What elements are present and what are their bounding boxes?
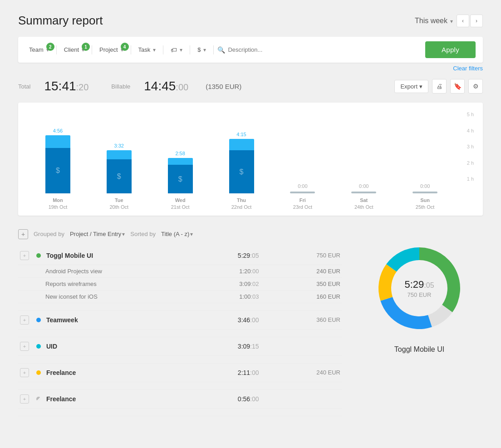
entry-name: New iconset for iOS — [34, 290, 189, 303]
x-label: Thu22nd Oct — [211, 197, 272, 211]
expand-button[interactable]: + — [20, 368, 29, 377]
bar-empty — [290, 192, 315, 193]
client-badge: 1 — [82, 43, 90, 51]
bar-group[interactable]: 0:00 — [272, 112, 333, 193]
team-badge: 2 — [46, 43, 54, 51]
filter-divider-4 — [163, 45, 163, 54]
billable-eur: (1350 EUR) — [206, 83, 241, 90]
filter-divider-1 — [56, 45, 57, 54]
bottom-section: + Grouped by Project / Time Entry Sorted… — [18, 229, 483, 416]
chevron-down-icon — [449, 17, 453, 25]
export-label: Export — [400, 83, 418, 90]
bookmark-button[interactable]: 🔖 — [450, 79, 465, 94]
dollar-icon: $ — [56, 167, 60, 175]
dollar-icon: $ — [240, 168, 244, 176]
bar-group[interactable]: 4:56$ — [27, 112, 88, 193]
donut-center: 5:29:05 750 EUR — [404, 278, 434, 298]
entry-time: 1:00:03 — [189, 290, 261, 303]
eur-cell: 360 EUR — [261, 310, 342, 329]
bar-label: 4:56 — [53, 128, 63, 133]
export-button[interactable]: Export ▾ — [394, 80, 428, 93]
expand-button[interactable]: + — [20, 394, 29, 404]
bar-stack[interactable]: $ — [168, 158, 193, 193]
eur-cell: 750 EUR — [261, 246, 342, 265]
client-filter[interactable]: Client 1 — [60, 44, 88, 55]
donut-segment[interactable] — [380, 297, 432, 329]
prev-week-button[interactable]: ‹ — [457, 15, 469, 27]
billable-time-main: 14:45 — [144, 79, 176, 93]
search-input[interactable] — [228, 46, 421, 53]
search-icon: 🔍 — [217, 46, 225, 54]
bar-label: 2:58 — [175, 151, 185, 156]
week-selector[interactable]: This week — [415, 17, 453, 25]
client-label: Client — [64, 46, 79, 53]
print-button[interactable]: 🖨 — [432, 79, 447, 94]
entry-row: Reports wireframes 3:09:02 350 EUR — [18, 277, 342, 290]
expand-button[interactable]: + — [20, 315, 29, 325]
table-row[interactable]: + Freelance 2:11:00 240 EUR — [18, 363, 342, 382]
currency-filter[interactable]: $ — [194, 44, 210, 55]
billable-time: 14:45:00 — [144, 79, 188, 94]
bar-stack[interactable]: $ — [107, 150, 132, 193]
project-filter[interactable]: Project 4 — [96, 44, 127, 55]
totals-bar: Total 15:41:20 Billable 14:45:00 (1350 E… — [18, 79, 483, 94]
page-container: Summary report This week ‹ › Team 2 Clie… — [0, 0, 501, 448]
table-row[interactable]: + Teamweek 3:46:00 360 EUR — [18, 310, 342, 329]
bar-stack[interactable]: $ — [229, 139, 254, 193]
filter-bar: Team 2 Client 1 Project 4 Task 🏷 $ — [18, 37, 483, 63]
sort-value[interactable]: Title (A - z) — [161, 231, 193, 237]
project-dot — [36, 370, 41, 375]
dollar-icon: $ — [117, 172, 121, 181]
table-row[interactable]: + UID 3:09:15 — [18, 337, 342, 355]
bar-empty — [413, 192, 437, 193]
tags-filter[interactable]: 🏷 — [167, 44, 186, 55]
x-label: Mon19th Oct — [27, 197, 88, 211]
project-name: Toggl Mobile UI — [46, 252, 93, 259]
bar-group[interactable]: 0:00 — [333, 112, 394, 193]
project-name: Freelance — [46, 395, 76, 403]
week-label: This week — [415, 17, 447, 25]
sort-label: Sorted by — [130, 231, 156, 237]
chart-bars: 4:56$3:32$2:58$4:15$0:000:000:00 — [27, 112, 456, 193]
billable-label: Billable — [111, 83, 130, 90]
project-name: UID — [46, 343, 57, 350]
table-row[interactable]: + Toggl Mobile UI 5:29:05 750 EUR — [18, 246, 342, 265]
donut-time: 5:29:05 — [404, 278, 434, 290]
table-row[interactable]: + Freelance 0:56:00 — [18, 389, 342, 408]
total-time-sec: :20 — [76, 82, 89, 92]
add-group-button[interactable]: + — [18, 229, 28, 239]
eur-cell: 240 EUR — [261, 363, 342, 382]
clear-filters-link[interactable]: Clear filters — [453, 65, 483, 72]
bar-zero-label: 0:00 — [420, 183, 430, 189]
task-filter[interactable]: Task — [135, 44, 160, 55]
dollar-icon: $ — [178, 175, 182, 183]
bookmark-icon: 🔖 — [454, 83, 462, 90]
next-week-button[interactable]: › — [470, 15, 483, 27]
project-label: Project — [99, 46, 118, 53]
search-area: 🔍 — [217, 46, 421, 54]
chart-x-labels: Mon19th OctTue20th OctWed21st OctThu22nd… — [27, 197, 474, 211]
expand-button[interactable]: + — [20, 251, 29, 260]
bar-group[interactable]: 4:15$ — [211, 112, 272, 193]
settings-icon: ⚙ — [473, 83, 479, 90]
bar-group[interactable]: 0:00 — [394, 112, 456, 193]
project-badge: 4 — [121, 43, 129, 51]
bar-stack[interactable]: $ — [45, 135, 70, 193]
donut-title: Toggl Mobile UI — [394, 345, 444, 354]
entry-eur: 160 EUR — [261, 290, 342, 303]
total-time-main: 15:41 — [44, 79, 76, 93]
group-value[interactable]: Project / Time Entry — [70, 231, 125, 237]
filter-divider-3 — [131, 45, 131, 54]
task-chevron-icon — [152, 46, 156, 53]
bar-group[interactable]: 3:32$ — [88, 112, 150, 193]
data-table: + Toggl Mobile UI 5:29:05 750 EUR Androi… — [18, 246, 342, 416]
team-filter[interactable]: Team 2 — [25, 44, 53, 55]
chart-area: 4:56$3:32$2:58$4:15$0:000:000:00 5 h4 h3… — [27, 112, 474, 193]
apply-button[interactable]: Apply — [425, 41, 476, 58]
bar-group[interactable]: 2:58$ — [150, 112, 211, 193]
donut-eur: 750 EUR — [404, 291, 434, 298]
expand-button[interactable]: + — [20, 342, 29, 351]
header-right: This week ‹ › — [415, 15, 483, 27]
settings-button[interactable]: ⚙ — [468, 79, 483, 94]
bar-empty — [351, 192, 376, 193]
